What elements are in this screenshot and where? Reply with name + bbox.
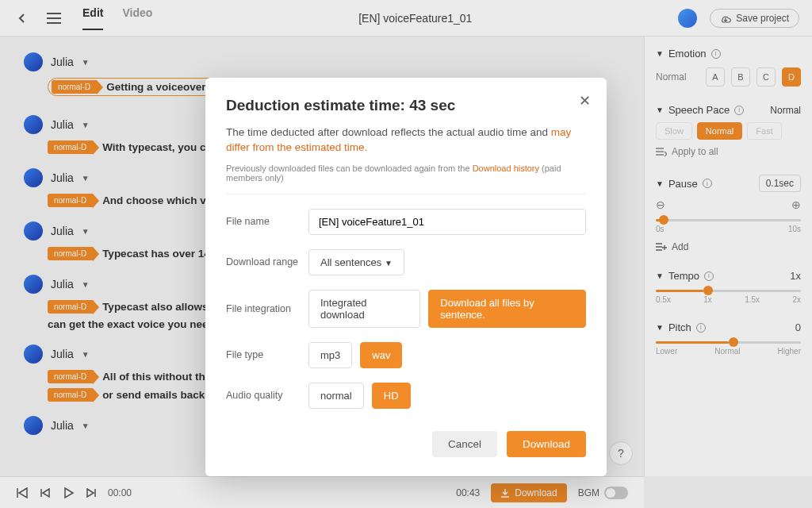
- close-icon[interactable]: ✕: [579, 92, 591, 110]
- modal-subtext: Previously downloaded files can be downl…: [226, 164, 586, 194]
- sub-pre: Previously downloaded files can be downl…: [226, 164, 473, 173]
- quality-label: Audio quality: [226, 390, 308, 401]
- filetype-wav-button[interactable]: wav: [360, 342, 402, 368]
- modal-title: Deduction estimate time: 43 sec: [226, 97, 586, 114]
- range-value: All sentences: [320, 256, 381, 268]
- modal-description: The time deducted after download reflect…: [226, 125, 586, 156]
- chevron-down-icon: ▼: [385, 259, 393, 267]
- range-select[interactable]: All sentences ▼: [308, 249, 404, 275]
- cancel-button[interactable]: Cancel: [432, 431, 497, 457]
- filetype-mp3-button[interactable]: mp3: [308, 342, 352, 368]
- range-label: Download range: [226, 256, 308, 267]
- integrated-download-button[interactable]: Integrated download: [308, 290, 420, 328]
- confirm-download-button[interactable]: Download: [507, 431, 586, 457]
- quality-hd-button[interactable]: HD: [372, 383, 411, 409]
- desc-text: The time deducted after download reflect…: [226, 126, 551, 138]
- download-by-sentence-button[interactable]: Download all files by sentence.: [428, 290, 586, 328]
- modal-overlay: ✕ Deduction estimate time: 43 sec The ti…: [0, 0, 812, 508]
- filetype-label: File type: [226, 349, 308, 360]
- download-modal: ✕ Deduction estimate time: 43 sec The ti…: [205, 78, 607, 476]
- download-history-link[interactable]: Download history: [473, 164, 539, 173]
- filename-input[interactable]: [308, 209, 586, 235]
- integration-label: File integration: [226, 303, 308, 314]
- filename-label: File name: [226, 216, 308, 227]
- quality-normal-button[interactable]: normal: [308, 383, 364, 409]
